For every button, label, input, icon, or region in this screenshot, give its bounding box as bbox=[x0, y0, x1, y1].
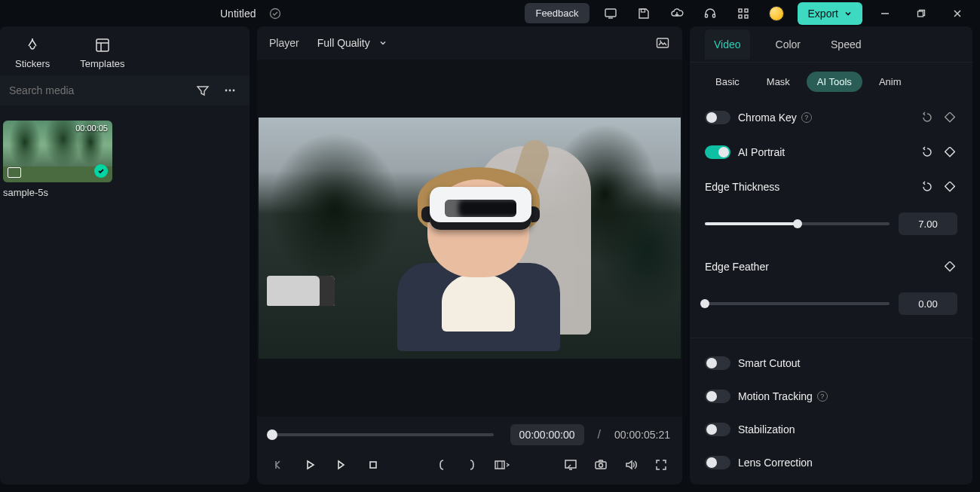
tab-speed[interactable]: Speed bbox=[826, 28, 865, 61]
svg-rect-17 bbox=[370, 462, 376, 468]
smart-cutout-label: Smart Cutout bbox=[738, 357, 957, 369]
svg-rect-9 bbox=[918, 11, 923, 17]
svg-rect-8 bbox=[745, 15, 748, 18]
help-icon[interactable]: ? bbox=[801, 112, 812, 123]
cloud-icon[interactable] bbox=[665, 2, 689, 26]
apps-icon[interactable] bbox=[731, 2, 755, 26]
svg-rect-15 bbox=[657, 38, 669, 47]
film-icon bbox=[8, 167, 21, 178]
prop-motion-tracking: Motion Tracking ? bbox=[705, 384, 957, 409]
lens-correction-toggle[interactable] bbox=[705, 456, 730, 469]
headset-icon[interactable] bbox=[698, 2, 722, 26]
keyframe-icon[interactable] bbox=[942, 179, 957, 194]
edge-feather-slider[interactable] bbox=[705, 302, 890, 305]
edge-thickness-slider-row: 7.00 bbox=[705, 208, 957, 246]
fullscreen-button[interactable] bbox=[652, 456, 670, 474]
camera-button[interactable] bbox=[592, 456, 610, 474]
window-close-button[interactable] bbox=[944, 2, 971, 26]
time-current: 00:00:00:00 bbox=[510, 424, 584, 445]
inspector-tabs: Video Color Speed bbox=[690, 26, 972, 63]
smart-cutout-toggle[interactable] bbox=[705, 356, 730, 370]
svg-rect-18 bbox=[495, 461, 504, 469]
svg-rect-5 bbox=[739, 9, 742, 12]
edge-thickness-value[interactable]: 7.00 bbox=[899, 212, 957, 235]
tab-templates[interactable]: Templates bbox=[80, 37, 124, 69]
save-icon[interactable] bbox=[632, 2, 656, 26]
subtab-mask[interactable]: Mask bbox=[756, 72, 801, 92]
svg-rect-24 bbox=[945, 182, 955, 191]
display-button[interactable] bbox=[562, 456, 580, 474]
svg-point-0 bbox=[271, 8, 280, 18]
tab-stickers[interactable]: Stickers bbox=[15, 37, 50, 69]
volume-button[interactable] bbox=[622, 456, 640, 474]
stop-button[interactable] bbox=[364, 456, 382, 474]
lens-correction-label: Lens Correction bbox=[738, 457, 957, 469]
video-subtabs: Basic Mask AI Tools Anim bbox=[690, 63, 972, 101]
snapshot-icon[interactable] bbox=[655, 35, 670, 50]
motion-tracking-toggle[interactable] bbox=[705, 390, 730, 403]
svg-rect-19 bbox=[565, 460, 576, 468]
svg-point-14 bbox=[233, 90, 235, 92]
tab-templates-label: Templates bbox=[80, 58, 124, 69]
more-icon[interactable] bbox=[219, 80, 240, 101]
search-input[interactable] bbox=[9, 80, 186, 101]
help-icon[interactable]: ? bbox=[817, 391, 828, 402]
seek-slider[interactable] bbox=[272, 433, 494, 436]
player-label: Player bbox=[269, 37, 299, 49]
search-row bbox=[0, 75, 250, 105]
filter-icon[interactable] bbox=[192, 80, 213, 101]
keyframe-icon[interactable] bbox=[942, 259, 957, 274]
subtab-basic[interactable]: Basic bbox=[705, 72, 750, 92]
quality-value: Full Quality bbox=[317, 37, 370, 49]
window-maximize-button[interactable] bbox=[908, 2, 935, 26]
prop-lens-correction: Lens Correction bbox=[705, 450, 957, 475]
tab-color[interactable]: Color bbox=[771, 28, 805, 61]
mark-in-button[interactable] bbox=[433, 456, 451, 474]
quality-select[interactable]: Full Quality bbox=[311, 34, 393, 52]
reset-icon[interactable] bbox=[920, 179, 935, 194]
stabilization-toggle[interactable] bbox=[705, 423, 730, 436]
edge-feather-label: Edge Feather bbox=[705, 261, 935, 273]
svg-rect-1 bbox=[605, 9, 616, 17]
transport-bar: 00:00:00:00 / 00:00:05:21 bbox=[257, 417, 682, 484]
export-label: Export bbox=[808, 8, 838, 20]
svg-point-21 bbox=[599, 463, 603, 467]
svg-rect-6 bbox=[745, 9, 748, 12]
edge-feather-value[interactable]: 0.00 bbox=[899, 292, 957, 315]
seek-row: 00:00:00:00 / 00:00:05:21 bbox=[269, 424, 670, 445]
ai-portrait-toggle[interactable] bbox=[705, 145, 730, 159]
window-minimize-button[interactable] bbox=[871, 2, 899, 26]
player-header: Player Full Quality bbox=[257, 26, 682, 60]
tab-video[interactable]: Video bbox=[705, 29, 750, 60]
play-forward-button[interactable] bbox=[332, 456, 351, 474]
top-bar: Untitled Feedback Export bbox=[0, 0, 980, 26]
monitor-icon[interactable] bbox=[599, 2, 623, 26]
media-tabs: Stickers Templates bbox=[0, 26, 250, 75]
prop-smart-cutout: Smart Cutout bbox=[705, 350, 957, 376]
aspect-button[interactable] bbox=[493, 456, 511, 474]
media-item[interactable]: 00:00:05 sample-5s bbox=[3, 121, 112, 198]
svg-rect-3 bbox=[705, 14, 707, 17]
project-title: Untitled bbox=[220, 2, 287, 26]
stickers-icon bbox=[24, 37, 41, 53]
edge-thickness-slider[interactable] bbox=[705, 222, 890, 225]
export-button[interactable]: Export bbox=[798, 2, 862, 25]
subtab-aitools[interactable]: AI Tools bbox=[807, 72, 862, 92]
play-button[interactable] bbox=[301, 456, 319, 474]
viewport[interactable] bbox=[257, 60, 682, 417]
save-status-icon[interactable] bbox=[263, 2, 287, 26]
mark-out-button[interactable] bbox=[463, 456, 481, 474]
keyframe-icon[interactable] bbox=[942, 145, 957, 160]
prev-frame-button[interactable] bbox=[269, 456, 287, 474]
inspector-panel: Video Color Speed Basic Mask AI Tools An… bbox=[690, 26, 972, 484]
reset-icon[interactable] bbox=[920, 145, 935, 160]
chroma-key-toggle[interactable] bbox=[705, 111, 730, 124]
edge-thickness-label: Edge Thickness bbox=[705, 181, 912, 193]
profile-icon[interactable] bbox=[764, 2, 789, 26]
title-text: Untitled bbox=[220, 8, 256, 20]
subtab-anim[interactable]: Anim bbox=[868, 72, 912, 92]
check-icon bbox=[94, 164, 108, 178]
keyframe-icon[interactable] bbox=[942, 110, 957, 125]
reset-icon[interactable] bbox=[920, 110, 935, 125]
feedback-button[interactable]: Feedback bbox=[525, 3, 589, 23]
